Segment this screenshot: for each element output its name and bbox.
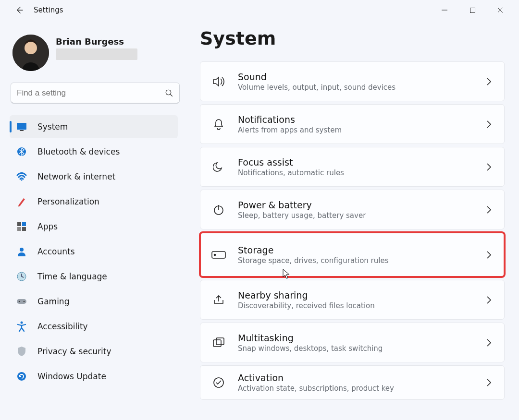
sidebar-item-bluetooth[interactable]: Bluetooth & devices [10,140,178,163]
search-box[interactable] [11,83,180,104]
search-icon [165,89,173,97]
chevron-right-icon [484,250,494,260]
sound-icon [211,74,226,89]
svg-rect-14 [17,227,21,231]
svg-rect-18 [17,299,26,304]
accessibility-icon [16,321,27,332]
sidebar-item-apps[interactable]: Apps [10,215,178,238]
svg-line-7 [170,94,173,96]
svg-point-22 [17,372,26,381]
window-controls [431,0,514,20]
app-title: Settings [34,6,63,14]
sidebar: Brian Burgess System Bluetooth & devices… [0,20,183,400]
card-sub: Alerts from apps and system [238,126,484,134]
svg-rect-27 [213,340,221,347]
card-sub: Notifications, automatic rules [238,168,484,177]
sidebar-item-update[interactable]: Windows Update [10,365,178,388]
sidebar-item-label: System [37,122,68,132]
chevron-right-icon [484,378,494,387]
maximize-button[interactable] [458,0,486,20]
card-sub: Discoverability, received files location [238,301,484,310]
user-block[interactable]: Brian Burgess [10,35,178,83]
share-icon [211,292,226,308]
svg-point-16 [20,248,24,252]
sidebar-item-label: Bluetooth & devices [37,147,120,156]
card-power[interactable]: Power & battery Sleep, battery usage, ba… [200,190,505,229]
person-icon [16,246,27,257]
bluetooth-icon [16,146,27,157]
minimize-button[interactable] [431,0,458,20]
card-title: Power & battery [238,200,484,210]
gamepad-icon [16,296,27,307]
chevron-right-icon [484,338,494,348]
check-circle-icon [211,375,226,390]
card-multitasking[interactable]: Multitasking Snap windows, desktops, tas… [200,323,505,362]
search-input[interactable] [17,88,165,98]
sidebar-item-label: Gaming [37,297,69,306]
display-icon [16,121,27,132]
chevron-right-icon [484,120,494,129]
card-title: Sound [238,72,484,82]
card-notifications[interactable]: Notifications Alerts from apps and syste… [200,104,505,144]
svg-point-20 [24,301,25,302]
main-panel: System Sound Volume levels, output, inpu… [183,20,519,400]
card-nearby[interactable]: Nearby sharing Discoverability, received… [200,280,505,320]
svg-rect-8 [17,123,26,130]
user-name: Brian Burgess [56,36,137,47]
wifi-icon [16,171,27,182]
card-focus[interactable]: Focus assist Notifications, automatic ru… [200,147,505,187]
card-sound[interactable]: Sound Volume levels, output, input, soun… [200,61,505,101]
sidebar-item-label: Windows Update [37,372,106,381]
page-title: System [200,28,505,49]
titlebar: Settings [0,0,519,20]
update-icon [16,371,27,382]
card-sub: Storage space, drives, configuration rul… [238,256,484,265]
sidebar-item-gaming[interactable]: Gaming [10,290,178,313]
card-storage[interactable]: Storage Storage space, drives, configura… [200,232,505,277]
cards-list: Sound Volume levels, output, input, soun… [200,61,505,400]
card-title: Nearby sharing [238,290,484,300]
card-sub: Activation state, subscriptions, product… [238,384,484,393]
svg-rect-15 [22,227,26,231]
storage-icon [211,247,226,263]
chevron-right-icon [484,162,494,172]
shield-icon [16,346,27,357]
chevron-right-icon [484,295,494,305]
card-title: Multitasking [238,333,484,343]
chevron-right-icon [484,77,494,86]
svg-rect-9 [20,130,24,131]
sidebar-item-system[interactable]: System [10,115,178,138]
card-activation[interactable]: Activation Activation state, subscriptio… [200,365,505,400]
svg-point-11 [21,180,23,181]
clock-icon [16,271,27,282]
sidebar-item-accessibility[interactable]: Accessibility [10,315,178,338]
svg-rect-28 [216,338,224,345]
back-button[interactable] [10,0,29,20]
sidebar-item-time[interactable]: Time & language [10,265,178,288]
svg-point-19 [19,301,20,302]
nav: System Bluetooth & devices Network & int… [10,114,178,389]
card-title: Activation [238,372,484,383]
close-button[interactable] [486,0,514,20]
sidebar-item-privacy[interactable]: Privacy & security [10,340,178,363]
svg-rect-1 [470,8,475,12]
sidebar-item-label: Accessibility [37,322,88,331]
svg-point-6 [166,90,171,95]
svg-rect-12 [17,222,21,226]
sidebar-item-accounts[interactable]: Accounts [10,240,178,263]
sidebar-item-label: Privacy & security [37,347,111,356]
avatar [12,35,49,71]
card-sub: Sleep, battery usage, battery saver [238,211,484,220]
svg-point-5 [25,42,37,54]
card-title: Focus assist [238,157,484,168]
sidebar-item-network[interactable]: Network & internet [10,165,178,188]
svg-point-26 [214,254,216,255]
sidebar-item-label: Accounts [37,247,75,256]
svg-rect-13 [22,222,26,226]
sidebar-item-personalization[interactable]: Personalization [10,190,178,213]
card-title: Storage [238,245,484,255]
card-title: Notifications [238,114,484,125]
svg-point-21 [21,322,23,324]
sidebar-item-label: Time & language [37,272,107,281]
card-sub: Snap windows, desktops, task switching [238,344,484,353]
